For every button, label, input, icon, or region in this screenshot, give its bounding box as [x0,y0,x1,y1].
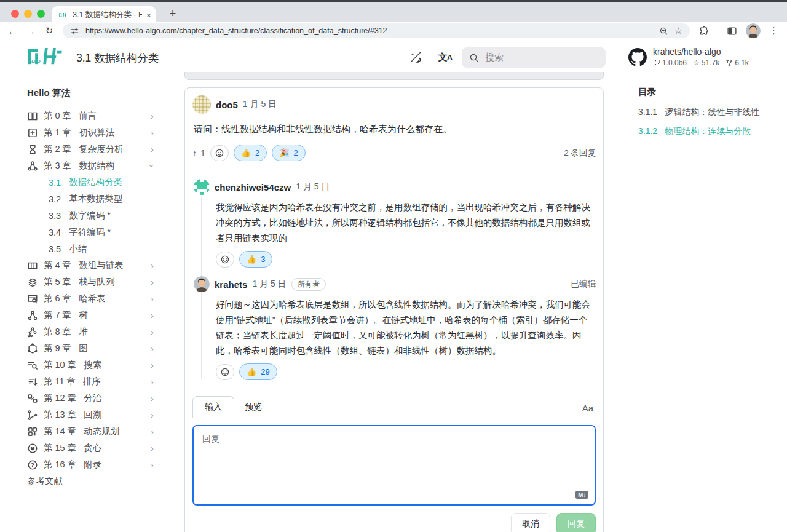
browser-profile-avatar[interactable] [746,23,761,38]
sidebar-item-3-3[interactable]: 3.3数字编码 * [27,207,154,224]
minimize-window-button[interactable] [24,10,32,18]
sidebar-item-ch6[interactable]: 第 6 章哈希表› [27,290,154,307]
toc-item-312[interactable]: 3.1.2物理结构：连续与分散 [638,126,759,137]
add-reaction-button[interactable] [216,364,234,380]
avatar[interactable] [194,276,210,292]
sidebar-item-ch7[interactable]: 第 7 章树› [27,307,154,324]
sidebar-item-ch15[interactable]: 第 15 章贪心› [27,440,154,456]
tree-icon [27,310,38,321]
previous-element-cutoff [184,72,604,80]
text-format-button[interactable]: Aa [582,403,596,418]
sidebar-site-title: Hello 算法 [27,87,154,99]
chevron-right-icon: › [151,327,154,337]
reload-icon[interactable]: ↻ [42,25,57,36]
sidebar-item-references[interactable]: 参考文献 [27,473,154,490]
zoom-page-icon[interactable] [659,26,668,36]
comment-author[interactable]: krahets [215,279,247,290]
comment-author[interactable]: doo5 [216,100,238,110]
zoom-window-button[interactable] [37,10,45,18]
bookmark-star-icon[interactable]: ☆ [674,25,682,36]
menu-dots-icon[interactable]: ⋮ [769,25,778,36]
sidebar-item-3-4[interactable]: 3.4字符编码 * [27,224,154,240]
sidebar-item-ch16[interactable]: 第 16 章附录› [27,456,154,473]
forward-icon[interactable]: → [23,26,38,36]
add-reaction-button[interactable] [210,145,229,161]
sidebar-item-ch5[interactable]: 第 5 章栈与队列› [27,274,154,290]
reaction-pill[interactable]: 👍3 [239,251,272,268]
dp-grid-icon [27,426,38,437]
chevron-right-icon: › [151,144,154,154]
repo-version: 1.0.0b6 [662,58,687,67]
sidebar-item-ch11[interactable]: 第 11 章排序› [27,373,154,390]
smiley-icon [220,255,230,264]
replies-count: 2 条回复 [564,148,596,159]
site-settings-icon[interactable] [70,26,79,36]
page-title: 3.1 数据结构分类 [76,50,159,65]
sidebar-item-ch8[interactable]: 第 8 章堆› [27,324,154,340]
reaction-pill[interactable]: 👍2 [234,145,267,161]
site-logo[interactable] [27,47,65,66]
sidebar-item-ch14[interactable]: 第 14 章动态规划› [27,423,154,440]
sidebar-item-ch13[interactable]: 第 13 章回溯› [27,407,154,423]
search-list-icon [27,360,38,371]
comments-section: doo5 1 月 5 日 请问：线性数据结构和非线性数据结构，哈希表为什么都存在… [184,72,604,532]
chevron-right-icon: › [151,393,154,403]
add-reaction-button[interactable] [216,252,234,268]
comment-author[interactable]: chenzhiwei54czw [215,182,291,193]
tab-write[interactable]: 输入 [192,396,234,418]
upvote-icon: ↑ [192,148,197,158]
toc-item-311[interactable]: 3.1.1逻辑结构：线性与非线性 [638,107,759,118]
search-input[interactable]: 搜索 [462,47,606,68]
toc: 目录 3.1.1逻辑结构：线性与非线性 3.1.2物理结构：连续与分散 [638,86,759,145]
reaction-pill[interactable]: 👍29 [239,363,277,380]
side-panel-icon[interactable] [727,26,737,36]
tab-close-icon[interactable]: × [146,11,151,20]
comment-body: 请问：线性数据结构和非线性数据结构，哈希表为什么都存在。 [194,121,595,137]
sidebar-item-ch10[interactable]: 第 10 章搜索› [27,357,154,373]
reply-textarea[interactable] [194,426,595,485]
tab-preview[interactable]: 预览 [234,397,272,418]
sidebar-item-ch2[interactable]: 第 2 章复杂度分析› [27,141,154,157]
reply-submit-button[interactable]: 回复 [556,513,596,532]
theme-toggle-icon[interactable] [407,49,424,65]
extensions-icon[interactable] [698,26,709,36]
sidebar-item-ch9[interactable]: 第 9 章图› [27,340,154,357]
calculator-icon [27,127,38,138]
upvote-button[interactable]: ↑1 [192,148,205,158]
close-window-button[interactable] [11,10,19,18]
avatar[interactable] [192,95,211,114]
sidebar-item-ch3[interactable]: 第 3 章数据结构› [27,157,154,174]
reply-comment: chenzhiwei54czw 1 月 5 日 我觉得应该是因为哈希表在没有冲突… [194,179,596,268]
tab-title: 3.1 数据结构分类 - Hello 算法 [73,10,142,20]
sidebar-item-ch12[interactable]: 第 12 章分治› [27,390,154,407]
address-bar[interactable]: https://www.hello-algo.com/chapter_data_… [63,23,690,38]
sidebar-item-3-1[interactable]: 3.1数据结构分类 [27,174,154,191]
sidebar-item-ch0[interactable]: 第 0 章前言› [27,108,154,124]
greedy-heart-icon [27,443,38,454]
sidebar-item-3-5[interactable]: 3.5小结 [27,240,154,257]
sidebar-item-3-2[interactable]: 3.2基本数据类型 [27,191,154,207]
translate-icon[interactable]: 文A [437,49,454,65]
sidebar-item-ch1[interactable]: 第 1 章初识算法› [27,124,154,141]
repo-stats: 1.0.0b6 ☆51.7k 6.1k [653,58,749,67]
fork-icon [726,59,733,66]
search-placeholder: 搜索 [485,52,504,63]
graph-icon [27,343,38,354]
cancel-button[interactable]: 取消 [511,513,550,532]
browser-tab[interactable]: 3.1 数据结构分类 - Hello 算法 × [52,6,156,24]
comment-thread-card: doo5 1 月 5 日 请问：线性数据结构和非线性数据结构，哈希表为什么都存在… [184,87,604,532]
back-icon[interactable]: ← [5,26,20,36]
avatar[interactable] [194,179,210,195]
repo-link[interactable]: krahets/hello-algo 1.0.0b6 ☆51.7k 6.1k [628,47,749,67]
reaction-pill[interactable]: 🎉2 [272,145,305,161]
sidebar-item-ch4[interactable]: 第 4 章数组与链表› [27,257,154,274]
reply-editor: M↓ [192,425,596,506]
new-tab-button[interactable]: + [165,6,181,22]
question-icon [27,459,38,470]
owner-badge: 所有者 [291,278,326,291]
reply-form: 输入 预览 Aa M↓ 取消 回复 [185,389,603,532]
search-icon [469,53,479,63]
markdown-icon[interactable]: M↓ [575,491,588,499]
browser-toolbar: ← → ↻ https://www.hello-algo.com/chapter… [0,22,787,39]
comment-body: 好问题～这因为哈希表底层是数组，所以包含线性数据结构。而为了解决哈希冲突，我们可… [216,297,596,359]
